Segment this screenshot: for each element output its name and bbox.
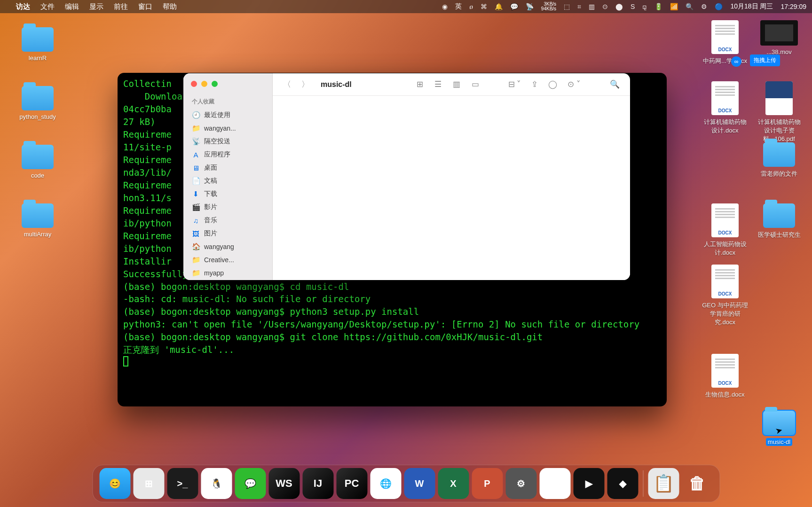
- desktop-folder[interactable]: python_study: [14, 86, 61, 120]
- desktop-folder[interactable]: code: [14, 145, 61, 179]
- desktop-item[interactable]: GEO 与中药药理学胃癌的研究.docx: [702, 265, 749, 327]
- desktop-item[interactable]: 人工智能药物设计.docx: [702, 203, 749, 257]
- status-icon[interactable]: 🔔: [495, 3, 503, 10]
- list-view-button[interactable]: ☰: [432, 78, 444, 91]
- minimize-button[interactable]: [201, 81, 207, 87]
- docx-icon: [711, 354, 739, 388]
- share-button[interactable]: ⇪: [528, 78, 541, 91]
- dock-divider: [643, 470, 643, 497]
- menu-view[interactable]: 显示: [89, 2, 103, 11]
- sidebar-item[interactable]: 🖥桌面: [183, 161, 272, 174]
- control-center-icon[interactable]: ⚙: [701, 3, 707, 10]
- finder-content[interactable]: [273, 96, 630, 280]
- status-icon[interactable]: ⬚: [564, 3, 570, 10]
- status-icon[interactable]: 📡: [526, 3, 534, 10]
- cloud-sync-badge[interactable]: ∞: [731, 56, 741, 67]
- desktop-item[interactable]: 医学硕士研究生: [756, 203, 803, 239]
- status-icon[interactable]: ◉: [442, 3, 448, 10]
- desktop-item[interactable]: 计算机辅助药物设计.docx: [702, 81, 749, 135]
- status-icon[interactable]: 💬: [510, 3, 518, 10]
- column-view-button[interactable]: ▥: [450, 78, 463, 91]
- close-button[interactable]: [191, 81, 197, 87]
- menu-window[interactable]: 窗口: [138, 2, 152, 11]
- desktop-item[interactable]: 雷老师的文件: [756, 142, 803, 178]
- menu-help[interactable]: 帮助: [163, 2, 177, 11]
- bluetooth-icon[interactable]: ⚼: [642, 3, 647, 11]
- menu-time[interactable]: 17:29:09: [781, 3, 807, 10]
- tags-button[interactable]: ◯: [545, 78, 560, 91]
- dock-app-powerpoint[interactable]: P: [472, 468, 503, 499]
- dock-app-qq[interactable]: 🐧: [201, 468, 232, 499]
- dock-app-launchpad[interactable]: ⊞: [133, 468, 164, 499]
- status-icon[interactable]: ⌗: [577, 3, 581, 11]
- back-button[interactable]: 〈: [280, 77, 294, 92]
- dock-document[interactable]: 📋: [648, 468, 679, 499]
- status-icon[interactable]: 英: [455, 2, 462, 11]
- dock-app-intellij[interactable]: IJ: [302, 468, 333, 499]
- desktop-folder[interactable]: multiArray: [14, 203, 61, 238]
- sidebar-item[interactable]: 🏠wangyang: [183, 240, 272, 253]
- sidebar-item[interactable]: 📄文稿: [183, 174, 272, 187]
- folder-icon: [763, 203, 795, 228]
- dock-app-chrome[interactable]: 🌐: [370, 468, 401, 499]
- folder-icon: [22, 203, 54, 228]
- forward-button[interactable]: 〉: [299, 77, 312, 92]
- dock-app-excel[interactable]: X: [438, 468, 469, 499]
- dock-app-settings[interactable]: ⚙: [505, 468, 536, 499]
- search-button[interactable]: 🔍: [607, 78, 623, 91]
- menu-edit[interactable]: 编辑: [65, 2, 79, 11]
- action-button[interactable]: ⊙ ˅: [565, 78, 583, 91]
- menu-go[interactable]: 前往: [114, 2, 128, 11]
- docx-icon: [711, 20, 739, 54]
- sidebar-item[interactable]: A应用程序: [183, 148, 272, 161]
- menu-date[interactable]: 10月18日 周三: [730, 2, 773, 11]
- sidebar-item[interactable]: 📁Creative...: [183, 253, 272, 266]
- dock-app-webstorm[interactable]: WS: [268, 468, 300, 499]
- gallery-view-button[interactable]: ▭: [469, 78, 482, 91]
- status-icon[interactable]: ⌘: [481, 3, 487, 10]
- desktop-item[interactable]: 中药网...学.docx: [702, 20, 749, 65]
- dock-app-terminal[interactable]: >_: [167, 468, 198, 499]
- network-stats: 3KB/s94KB/s: [541, 2, 556, 11]
- dock-app-finder[interactable]: 😊: [99, 468, 130, 499]
- finder-window[interactable]: 个人收藏 🕘最近使用📁wangyan...📡隔空投送A应用程序🖥桌面📄文稿⬇下载…: [183, 73, 630, 280]
- desktop-item[interactable]: ...38.mov: [756, 20, 803, 55]
- sidebar-item[interactable]: 🎬影片: [183, 201, 272, 214]
- desktop-folder[interactable]: learnR: [14, 27, 61, 62]
- sidebar-item[interactable]: ♫音乐: [183, 214, 272, 227]
- group-button[interactable]: ⊟ ˅: [505, 78, 524, 91]
- desktop-item[interactable]: 生物信息.docx: [702, 354, 749, 399]
- app-menu[interactable]: 访达: [16, 2, 30, 11]
- sidebar-item[interactable]: ⬇下载: [183, 187, 272, 201]
- sidebar-item[interactable]: 🕘最近使用: [183, 109, 272, 122]
- status-icon[interactable]: ▥: [589, 3, 595, 10]
- status-icon[interactable]: ዐ: [469, 3, 473, 11]
- sidebar-icon: ♫: [192, 217, 200, 225]
- status-icon[interactable]: ⊙: [602, 3, 608, 10]
- dock-app-app[interactable]: ◆: [607, 468, 638, 499]
- dock-app-baidu[interactable]: ∞: [539, 468, 570, 499]
- upload-badge[interactable]: 拖拽上传: [750, 55, 780, 66]
- wifi-icon[interactable]: 📶: [670, 3, 678, 10]
- dock-app-word[interactable]: W: [404, 468, 435, 499]
- dock-app-pycharm[interactable]: PC: [336, 468, 367, 499]
- battery-icon[interactable]: 🔋: [654, 3, 662, 10]
- sidebar-item[interactable]: 📡隔空投送: [183, 135, 272, 148]
- status-icon[interactable]: S: [631, 3, 635, 10]
- status-icon[interactable]: ⬤: [615, 3, 623, 10]
- pdf-icon: [765, 81, 793, 115]
- sidebar-item[interactable]: 🖼图片: [183, 227, 272, 240]
- dock-trash[interactable]: 🗑: [682, 468, 713, 499]
- folder-icon: [22, 86, 54, 110]
- search-icon[interactable]: 🔍: [686, 3, 694, 10]
- dock-app-wechat[interactable]: 💬: [235, 468, 266, 499]
- icon-view-button[interactable]: ⊞: [414, 78, 426, 91]
- desktop-item[interactable]: 计算机辅助药物设计电子资料...106.pdf: [756, 81, 803, 143]
- dock-app-media[interactable]: ▶: [573, 468, 604, 499]
- sidebar-item[interactable]: 📁myapp: [183, 266, 272, 280]
- sidebar-item[interactable]: 📁wangyan...: [183, 122, 272, 135]
- sidebar-icon: 🕘: [192, 111, 200, 119]
- maximize-button[interactable]: [212, 81, 218, 87]
- menu-file[interactable]: 文件: [40, 2, 55, 11]
- siri-icon[interactable]: 🔵: [715, 3, 723, 10]
